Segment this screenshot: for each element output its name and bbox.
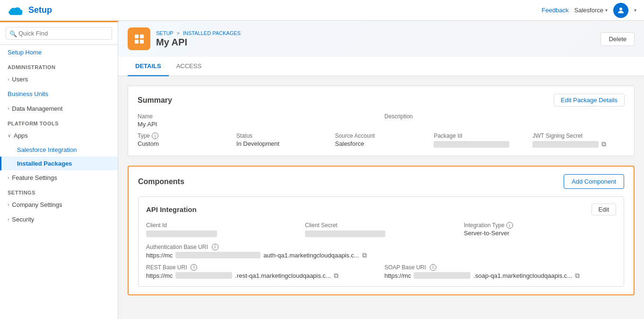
package-icon [128,27,150,50]
components-header: Components Add Component [138,174,624,189]
svg-rect-4 [9,12,22,15]
main-content: SETUP > INSTALLED PACKAGES My API Delete… [118,21,644,319]
copy-soap-uri-icon[interactable]: ⧉ [575,272,580,280]
tabs-bar: DETAILS ACCESS [118,57,644,76]
sidebar-item-users[interactable]: › Users [0,72,118,87]
svg-point-5 [619,8,622,10]
api-integration-edit-button[interactable]: Edit [592,204,616,215]
sidebar-label-feature-settings: Feature Settings [12,174,57,181]
rest-uri-value: https://mc .rest-qa1.marketingcloudqaapi… [146,272,378,280]
sidebar-section-settings: SETTINGS [0,185,118,197]
caret-down-icon: ∨ [8,133,11,138]
app-title: Setup [28,5,52,15]
type-value: Custom [138,140,230,147]
integration-type-label: Integration Type i [464,222,616,229]
caret-icon: › [8,175,9,180]
api-fields-row: Client Id Client Secret [146,222,616,237]
soap-uri-value: https://mc .soap-qa1.marketingcloudqaapi… [384,272,616,280]
sidebar-label-apps: Apps [14,132,28,139]
user-menu[interactable]: Salesforce ▾ [574,7,608,14]
integration-type-value: Server-to-Server [464,230,616,237]
breadcrumb-setup-link[interactable]: SETUP [156,30,173,36]
breadcrumb-separator: > [177,30,181,36]
auth-uri-row: Authentication Base URI i https://mc aut… [146,244,616,259]
summary-title: Summary [138,96,172,105]
field-jwt: JWT Signing Secret ⧉ [532,133,625,148]
sidebar-item-installed-packages[interactable]: Installed Packages [0,157,118,170]
summary-section: Summary Edit Package Details Name My API… [128,86,635,156]
sidebar-search-wrap: 🔍 [0,22,118,45]
summary-meta-fields: Type i Custom Status In Development Sour… [138,133,625,148]
salesforce-logo-icon [8,4,25,17]
status-value: In Development [236,140,329,147]
field-integration-type: Integration Type i Server-to-Server [464,222,616,237]
sidebar-section-platform-tools: PLATFORM TOOLS [0,116,118,128]
status-label: Status [236,133,329,139]
user-chevron-icon: ▾ [634,8,636,13]
copy-auth-uri-icon[interactable]: ⧉ [362,251,367,259]
sidebar-item-data-management[interactable]: › Data Management [0,101,118,116]
caret-icon: › [8,202,9,207]
field-type: Type i Custom [138,133,230,148]
jwt-label: JWT Signing Secret [532,133,625,139]
sidebar-label-data-management: Data Management [12,105,62,112]
content-area: Summary Edit Package Details Name My API… [118,76,644,314]
name-label: Name [138,113,378,120]
auth-uri-label: Authentication Base URI i [146,244,616,250]
tab-details[interactable]: DETAILS [128,57,169,76]
client-id-label: Client Id [146,222,298,229]
caret-icon: › [8,106,9,111]
rest-uri-group: REST Base URI i https://mc .rest-qa1.mar… [146,264,378,280]
rest-uri-info-icon: i [191,264,197,271]
sidebar-item-company-settings[interactable]: › Company Settings [0,197,118,212]
field-package-id: Package Id [434,133,526,148]
edit-package-button[interactable]: Edit Package Details [554,94,625,106]
sidebar-label-company-settings: Company Settings [12,201,62,208]
sidebar-item-security[interactable]: › Security [0,212,118,227]
rest-uri-label: REST Base URI i [146,264,378,271]
feedback-link[interactable]: Feedback [541,7,568,14]
components-section: Components Add Component API Integration… [128,166,635,295]
api-integration-card: API Integration Edit Client Id Client Se… [138,196,624,287]
components-title: Components [138,177,184,186]
chevron-down-icon: ▾ [605,8,608,13]
auth-uri-info-icon: i [212,244,218,250]
delete-button[interactable]: Delete [600,32,635,46]
package-id-label: Package Id [434,133,526,139]
sidebar-section-administration: ADMINISTRATION [0,60,118,72]
copy-rest-uri-icon[interactable]: ⧉ [334,272,339,280]
sidebar-item-feature-settings[interactable]: › Feature Settings [0,170,118,185]
page-header: SETUP > INSTALLED PACKAGES My API Delete [118,21,644,57]
api-integration-header: API Integration Edit [146,204,616,215]
avatar[interactable] [613,3,628,18]
package-id-value [434,140,526,148]
sidebar-item-apps[interactable]: ∨ Apps [0,128,118,143]
integration-type-info-icon: i [506,222,513,229]
sidebar-item-business-units[interactable]: Business Units [0,87,118,101]
sidebar-item-salesforce-integration[interactable]: Salesforce Integration [0,143,118,157]
client-id-value [146,230,298,237]
breadcrumb-installed-packages-link[interactable]: INSTALLED PACKAGES [183,30,241,36]
sidebar-label-security: Security [12,216,34,223]
type-label: Type i [138,133,230,139]
summary-header: Summary Edit Package Details [138,94,625,106]
nav-right: Feedback Salesforce ▾ ▾ [541,3,636,18]
soap-uri-info-icon: i [430,264,436,271]
soap-uri-label: SOAP Base URI i [384,264,616,271]
sidebar-item-setup-home[interactable]: Setup Home [0,45,118,60]
caret-icon: › [8,77,9,82]
page-title: My API [156,37,241,48]
type-info-icon: i [152,133,158,139]
top-navigation: Setup Feedback Salesforce ▾ ▾ [0,0,644,21]
app-container: 🔍 Setup Home ADMINISTRATION › Users Busi… [0,21,644,319]
tab-access[interactable]: ACCESS [169,57,209,76]
client-secret-value [305,230,457,237]
field-name: Name My API [138,113,378,128]
search-input[interactable] [6,27,112,40]
add-component-button[interactable]: Add Component [564,174,624,189]
soap-uri-group: SOAP Base URI i https://mc .soap-qa1.mar… [384,264,616,280]
rest-soap-uri-row: REST Base URI i https://mc .rest-qa1.mar… [146,264,616,280]
client-secret-label: Client Secret [305,222,457,229]
page-header-inner: SETUP > INSTALLED PACKAGES My API Delete [118,21,644,57]
copy-jwt-icon[interactable]: ⧉ [601,140,606,148]
